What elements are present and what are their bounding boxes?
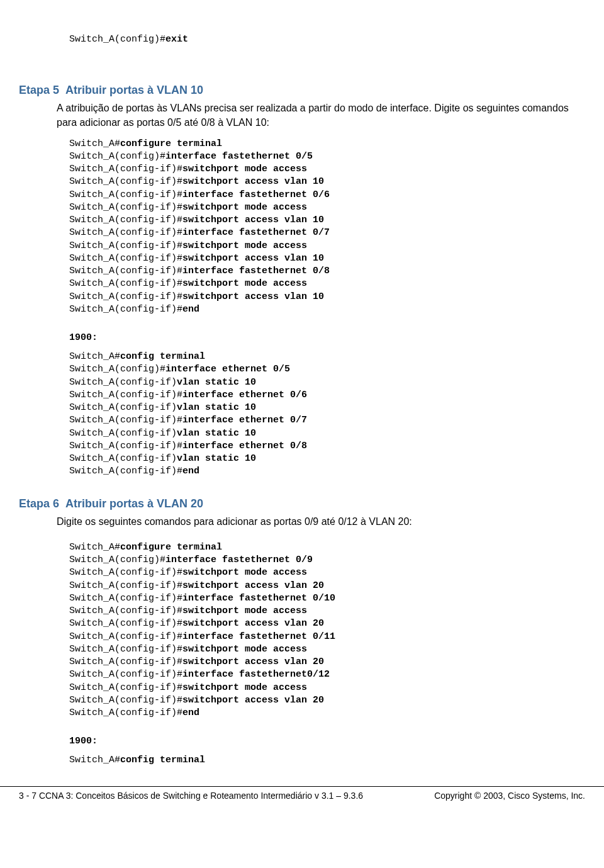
command: vlan static 10 <box>177 428 256 439</box>
command: vlan static 10 <box>177 402 256 413</box>
command-line: Switch_A(config-if)#switchport access vl… <box>69 580 585 592</box>
page-footer: 3 - 7 CCNA 3: Conceitos Básicos de Switc… <box>0 786 604 809</box>
command: interface ethernet 0/6 <box>182 390 307 400</box>
prompt: Switch_A(config-if)# <box>69 567 182 578</box>
command-line: Switch_A(config-if)vlan static 10 <box>69 402 585 414</box>
prompt: Switch_A(config-if)# <box>69 682 182 693</box>
command: interface fastethernet 0/9 <box>165 555 313 565</box>
prompt: Switch_A(config-if) <box>69 377 177 388</box>
command: switchport mode access <box>182 164 307 174</box>
command: switchport access vlan 20 <box>182 657 324 667</box>
prompt: Switch_A(config-if)# <box>69 618 182 629</box>
command-line: Switch_A(config)#interface fastethernet … <box>69 150 585 163</box>
command: config terminal <box>120 351 205 362</box>
command-line: Switch_A(config-if)#switchport mode acce… <box>69 201 585 214</box>
prompt: Switch_A(config-if)# <box>69 240 182 251</box>
etapa5-paragraph: A atribuição de portas às VLANs precisa … <box>19 101 585 130</box>
etapa6-label: Etapa 6 <box>19 497 59 510</box>
prompt: Switch_A(config-if)# <box>69 707 182 718</box>
etapa5-sub-command-block: Switch_A#config terminalSwitch_A(config)… <box>19 351 585 478</box>
prompt: Switch_A(config-if)# <box>69 189 182 200</box>
command-line: Switch_A(config-if)vlan static 10 <box>69 427 585 440</box>
command: configure terminal <box>120 542 222 553</box>
etapa6-sublabel: 1900: <box>19 736 585 747</box>
command: switchport mode access <box>182 567 307 578</box>
command: switchport mode access <box>182 240 307 251</box>
command-line: Switch_A(config-if)#switchport mode acce… <box>69 605 585 617</box>
top-command-block: Switch_A(config)#exit <box>19 8 585 71</box>
command-line: Switch_A(config-if)#interface ethernet 0… <box>69 414 585 427</box>
command: end <box>182 707 199 718</box>
command-line: Switch_A#config terminal <box>69 754 585 767</box>
etapa5-command-block: Switch_A#configure terminalSwitch_A(conf… <box>19 138 585 317</box>
prompt: Switch_A(config)# <box>69 364 165 375</box>
command-line: Switch_A(config-if)#switchport access vl… <box>69 694 585 707</box>
command-line: Switch_A#configure terminal <box>69 541 585 554</box>
command: switchport access vlan 20 <box>182 695 324 706</box>
command: configure terminal <box>120 138 222 149</box>
command: interface fastethernet 0/8 <box>182 266 330 276</box>
command: switchport access vlan 20 <box>182 580 324 591</box>
etapa6-paragraph: Digite os seguintes comandos para adicio… <box>19 514 585 529</box>
prompt: Switch_A(config-if)# <box>69 580 182 591</box>
etapa5-sublabel: 1900: <box>19 332 585 343</box>
prompt: Switch_A(config-if)# <box>69 695 182 706</box>
prompt: Switch_A(config-if)# <box>69 227 182 238</box>
command: vlan static 10 <box>177 377 256 388</box>
command: interface fastethernet 0/6 <box>182 189 330 200</box>
prompt: Switch_A(config-if)# <box>69 415 182 426</box>
prompt: Switch_A(config-if)# <box>69 593 182 604</box>
prompt: Switch_A(config-if)# <box>69 291 182 302</box>
command: switchport mode access <box>182 202 307 213</box>
command-line: Switch_A(config-if)#interface ethernet 0… <box>69 440 585 453</box>
command: interface fastethernet 0/5 <box>165 151 313 162</box>
command-line: Switch_A(config-if)#switchport access vl… <box>69 656 585 668</box>
prompt: Switch_A(config-if) <box>69 402 177 413</box>
command-line: Switch_A(config-if)#switchport mode acce… <box>69 566 585 579</box>
command-line: Switch_A(config-if)#switchport mode acce… <box>69 278 585 290</box>
command: interface ethernet 0/7 <box>182 415 307 426</box>
etapa6-title: Atribuir portas à VLAN 20 <box>65 497 203 510</box>
prompt: Switch_A(config-if)# <box>69 215 182 225</box>
prompt: Switch_A(config-if)# <box>69 657 182 667</box>
command: interface ethernet 0/5 <box>165 364 290 375</box>
command: interface ethernet 0/8 <box>182 441 307 451</box>
command-line: Switch_A(config-if)#interface fastethern… <box>69 668 585 681</box>
command: exit <box>165 34 188 45</box>
command-line: Switch_A(config-if)#interface fastethern… <box>69 227 585 239</box>
prompt: Switch_A# <box>69 542 120 553</box>
prompt: Switch_A(config)# <box>69 555 165 565</box>
prompt: Switch_A# <box>69 351 120 362</box>
prompt: Switch_A(config-if)# <box>69 304 182 315</box>
etapa5-heading: Etapa 5Atribuir portas à VLAN 10 <box>19 84 585 97</box>
prompt: Switch_A(config)# <box>69 34 165 45</box>
command: switchport access vlan 10 <box>182 291 324 302</box>
command-line: Switch_A(config-if)#switchport access vl… <box>69 214 585 227</box>
command-line: Switch_A(config-if)#interface fastethern… <box>69 189 585 201</box>
prompt: Switch_A(config-if)# <box>69 278 182 289</box>
prompt: Switch_A(config-if)# <box>69 631 182 642</box>
command-line: Switch_A(config-if)vlan static 10 <box>69 453 585 465</box>
command-line: Switch_A(config-if)#interface fastethern… <box>69 631 585 643</box>
prompt: Switch_A# <box>69 138 120 149</box>
prompt: Switch_A(config-if)# <box>69 266 182 276</box>
etapa6-heading: Etapa 6Atribuir portas à VLAN 20 <box>19 497 585 510</box>
command-line: Switch_A(config-if)#end <box>69 707 585 719</box>
command: switchport access vlan 10 <box>182 253 324 264</box>
etapa6-command-block: Switch_A#configure terminalSwitch_A(conf… <box>19 541 585 720</box>
prompt: Switch_A(config-if) <box>69 453 177 464</box>
command-line: Switch_A(config-if)#switchport access vl… <box>69 176 585 188</box>
command-line: Switch_A(config-if)#end <box>69 465 585 478</box>
prompt: Switch_A(config-if)# <box>69 390 182 400</box>
command: switchport access vlan 20 <box>182 618 324 629</box>
command-line: Switch_A(config-if)#switchport access vl… <box>69 617 585 630</box>
command: interface fastethernet 0/11 <box>182 631 335 642</box>
footer-right: Copyright © 2003, Cisco Systems, Inc. <box>434 791 585 801</box>
command: vlan static 10 <box>177 453 256 464</box>
command-line: Switch_A#config terminal <box>69 351 585 363</box>
command: switchport mode access <box>182 278 307 289</box>
command: config terminal <box>120 755 205 765</box>
prompt: Switch_A(config-if)# <box>69 669 182 680</box>
prompt: Switch_A(config-if) <box>69 428 177 439</box>
prompt: Switch_A(config-if)# <box>69 176 182 187</box>
